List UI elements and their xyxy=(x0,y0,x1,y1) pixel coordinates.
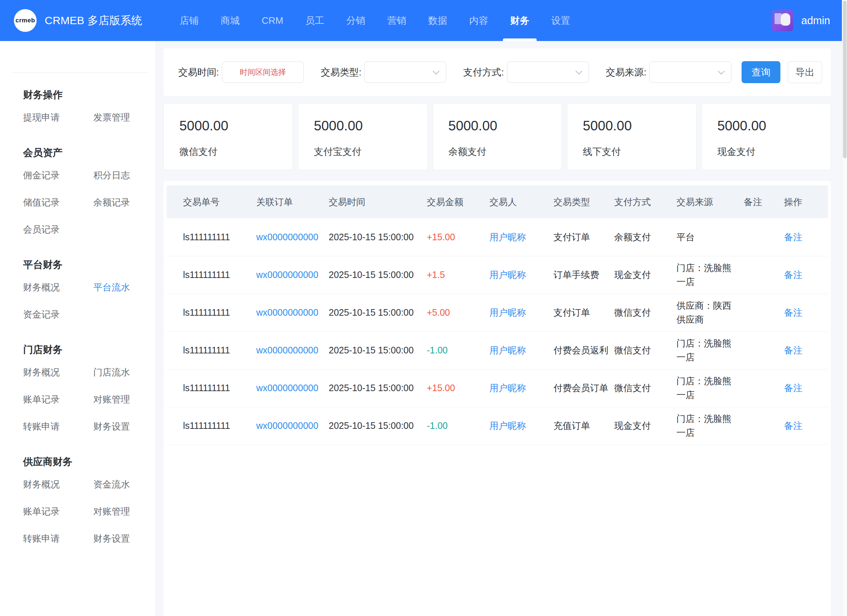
cell-action: 备注 xyxy=(784,407,828,445)
sidebar-section-title: 平台财务 xyxy=(23,258,149,271)
stat-card-余额支付: 5000.00余额支付 xyxy=(433,103,562,170)
sidebar-item-资金记录[interactable]: 资金记录 xyxy=(23,301,93,328)
related-order-link[interactable]: wx0000000000 xyxy=(256,345,319,355)
related-order-link[interactable]: wx0000000000 xyxy=(256,232,319,242)
stat-value: 5000.00 xyxy=(449,118,558,134)
cell-related-order: wx0000000000 xyxy=(256,218,329,256)
cell-action: 备注 xyxy=(784,369,828,407)
nav-item-员工[interactable]: 员工 xyxy=(300,0,330,41)
remark-action-link[interactable]: 备注 xyxy=(784,383,802,393)
sidebar-item-转账申请[interactable]: 转账申请 xyxy=(23,413,93,440)
top-navbar: crmeb CRMEB 多店版系统 店铺商城CRM员工分销营销数据内容财务设置 … xyxy=(0,0,847,41)
cell-amount: +15.00 xyxy=(427,218,489,256)
amount-value: +5.00 xyxy=(427,307,450,318)
cell-amount: +5.00 xyxy=(427,294,489,331)
nav-item-商城[interactable]: 商城 xyxy=(215,0,246,41)
navbar-user-area: admin xyxy=(772,10,830,31)
user-nickname-link[interactable]: 用户昵称 xyxy=(489,307,526,318)
amount-value: +15.00 xyxy=(427,383,455,393)
nav-item-营销[interactable]: 营销 xyxy=(381,0,412,41)
sidebar-item-积分日志[interactable]: 积分日志 xyxy=(93,161,149,189)
user-nickname-link[interactable]: 用户昵称 xyxy=(489,383,526,393)
related-order-link[interactable]: wx0000000000 xyxy=(256,383,319,393)
cell-remark xyxy=(744,369,784,407)
date-range-picker[interactable]: 时间区间选择 xyxy=(222,62,304,83)
cell-related-order: wx0000000000 xyxy=(256,294,329,331)
brand-title: CRMEB 多店版系统 xyxy=(45,13,142,28)
sidebar-item-余额记录[interactable]: 余额记录 xyxy=(93,189,149,216)
remark-action-link[interactable]: 备注 xyxy=(784,420,802,431)
sidebar-divider xyxy=(11,72,149,73)
sidebar-item-财务概况[interactable]: 财务概况 xyxy=(23,273,93,301)
filter-panel: 交易时间: 时间区间选择 交易类型: 支付方式: xyxy=(164,48,831,96)
sidebar-item-财务设置[interactable]: 财务设置 xyxy=(93,413,149,440)
remark-action-link[interactable]: 备注 xyxy=(784,345,802,355)
user-nickname-link[interactable]: 用户昵称 xyxy=(489,232,526,242)
user-nickname-link[interactable]: 用户昵称 xyxy=(489,270,526,280)
sidebar-item-对账管理[interactable]: 对账管理 xyxy=(93,498,149,525)
table-row: ls111111111wx00000000002025-10-15 15:00:… xyxy=(167,256,828,294)
transaction-source-select[interactable] xyxy=(649,62,731,83)
filter-group-type: 交易类型: xyxy=(321,62,446,83)
nav-item-数据[interactable]: 数据 xyxy=(422,0,453,41)
sidebar-item-门店流水[interactable]: 门店流水 xyxy=(93,359,149,386)
user-nickname-link[interactable]: 用户昵称 xyxy=(489,345,526,355)
remark-action-link[interactable]: 备注 xyxy=(784,307,802,318)
filter-group-pay: 支付方式: xyxy=(463,62,589,83)
sidebar-item-财务设置[interactable]: 财务设置 xyxy=(93,525,149,552)
pay-method-select[interactable] xyxy=(507,62,589,83)
remark-action-link[interactable]: 备注 xyxy=(784,270,802,280)
export-button[interactable]: 导出 xyxy=(788,61,822,83)
nav-item-店铺[interactable]: 店铺 xyxy=(174,0,205,41)
cell-remark xyxy=(744,331,784,369)
sidebar-section: 门店财务财务概况门店流水账单记录对账管理转账申请财务设置 xyxy=(11,343,149,440)
related-order-link[interactable]: wx0000000000 xyxy=(256,420,319,431)
cell-related-order: wx0000000000 xyxy=(256,407,329,445)
sidebar-item-账单记录[interactable]: 账单记录 xyxy=(23,498,93,525)
cell-action: 备注 xyxy=(784,218,828,256)
sidebar-item-财务概况[interactable]: 财务概况 xyxy=(23,359,93,386)
sidebar-item-财务概况[interactable]: 财务概况 xyxy=(23,471,93,498)
sidebar-item-佣金记录[interactable]: 佣金记录 xyxy=(23,161,93,189)
cell-source: 门店：洗脸熊一店 xyxy=(676,369,744,407)
table-row: ls111111111wx00000000002025-10-15 15:00:… xyxy=(167,218,828,256)
sidebar-item-发票管理[interactable]: 发票管理 xyxy=(93,103,149,131)
sidebar-item-转账申请[interactable]: 转账申请 xyxy=(23,525,93,552)
cell-user: 用户昵称 xyxy=(489,369,553,407)
nav-item-内容[interactable]: 内容 xyxy=(463,0,494,41)
table-row: ls111111111wx00000000002025-10-15 15:00:… xyxy=(167,407,828,445)
nav-item-CRM[interactable]: CRM xyxy=(256,0,289,41)
cell-pay-method: 微信支付 xyxy=(614,331,676,369)
nav-item-分销[interactable]: 分销 xyxy=(341,0,371,41)
related-order-link[interactable]: wx0000000000 xyxy=(256,270,319,280)
sidebar-item-会员记录[interactable]: 会员记录 xyxy=(23,216,93,243)
sidebar-item-资金流水[interactable]: 资金流水 xyxy=(93,471,149,498)
sidebar-item-提现申请[interactable]: 提现申请 xyxy=(23,103,93,131)
user-avatar[interactable] xyxy=(772,10,793,31)
nav-item-设置[interactable]: 设置 xyxy=(545,0,576,41)
sidebar-section-items: 财务概况资金流水账单记录对账管理转账申请财务设置 xyxy=(23,471,149,552)
column-header-交易单号: 交易单号 xyxy=(167,185,256,218)
sidebar-item-对账管理[interactable]: 对账管理 xyxy=(93,386,149,413)
user-nickname-link[interactable]: 用户昵称 xyxy=(489,420,526,431)
cell-amount: -1.00 xyxy=(427,331,489,369)
filter-group-source: 交易来源: xyxy=(606,62,731,83)
scrollbar[interactable] xyxy=(842,0,847,616)
sidebar-item-账单记录[interactable]: 账单记录 xyxy=(23,386,93,413)
transactions-table: 交易单号关联订单交易时间交易金额交易人交易类型支付方式交易来源备注操作 ls11… xyxy=(167,185,828,445)
search-button[interactable]: 查询 xyxy=(742,61,781,83)
table-row: ls111111111wx00000000002025-10-15 15:00:… xyxy=(167,331,828,369)
related-order-link[interactable]: wx0000000000 xyxy=(256,307,319,318)
cell-time: 2025-10-15 15:00:00 xyxy=(329,218,427,256)
scrollbar-thumb[interactable] xyxy=(843,1,847,158)
sidebar-item-储值记录[interactable]: 储值记录 xyxy=(23,189,93,216)
transaction-type-select[interactable] xyxy=(364,62,446,83)
sidebar-section: 供应商财务财务概况资金流水账单记录对账管理转账申请财务设置 xyxy=(11,455,149,552)
cell-amount: -1.00 xyxy=(427,407,489,445)
cell-source: 供应商：陕西供应商 xyxy=(676,294,744,331)
stat-value: 5000.00 xyxy=(583,118,692,134)
nav-item-财务[interactable]: 财务 xyxy=(505,0,535,41)
cell-order-no: ls111111111 xyxy=(167,218,256,256)
remark-action-link[interactable]: 备注 xyxy=(784,232,802,242)
sidebar-item-平台流水[interactable]: 平台流水 xyxy=(93,273,149,301)
